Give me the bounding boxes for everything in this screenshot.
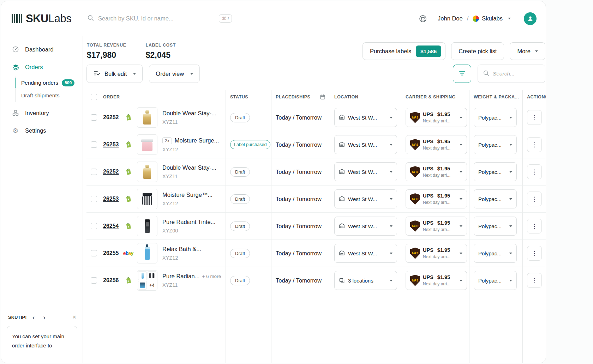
package-select[interactable]: Polypac... xyxy=(474,162,517,181)
help-icon[interactable] xyxy=(419,14,427,23)
location-select[interactable]: West St W... xyxy=(334,189,397,208)
sku-tip-widget: SKUTIP! ‹ › × You can set your main orde… xyxy=(7,314,79,363)
gear-icon: ⚙ xyxy=(12,127,19,134)
app-window: SKULabs ⌘ / John Doe / Skulabs xyxy=(1,1,546,363)
order-id-link[interactable]: 26252 xyxy=(103,169,121,175)
purchase-labels-button[interactable]: Purchase labels $1,586 xyxy=(363,42,445,60)
sidebar-item-dashboard[interactable]: Dashboard xyxy=(1,41,83,58)
orders-table: ORDER STATUS PLACED/SHIPS LOCATION CARRI… xyxy=(86,90,546,363)
bulk-edit-label: Bulk edit xyxy=(104,71,127,77)
product-sku: XYZ12 xyxy=(162,147,219,152)
product-name: Pure Radiant Tinte... xyxy=(162,219,215,225)
package-value: Polypac... xyxy=(478,142,502,148)
global-search-input[interactable] xyxy=(98,15,215,22)
row-checkbox[interactable] xyxy=(91,114,97,121)
package-select[interactable]: Polypac... xyxy=(474,271,517,290)
sidebar-item-inventory[interactable]: Inventory xyxy=(1,104,83,122)
order-id-link[interactable]: 26254 xyxy=(103,223,121,229)
carrier-select[interactable]: UPS UPS $1.95 Next day arri... xyxy=(406,135,467,154)
package-select[interactable]: Polypac... xyxy=(474,217,517,236)
row-checkbox[interactable] xyxy=(91,277,97,284)
package-select[interactable]: Polypac... xyxy=(474,108,517,127)
ups-logo-icon: UPS xyxy=(410,166,420,177)
filter-button[interactable] xyxy=(453,65,471,83)
sidebar-item-settings[interactable]: ⚙ Settings xyxy=(1,122,83,139)
location-select[interactable]: West St W... xyxy=(334,162,397,181)
sidebar-item-label: Inventory xyxy=(25,110,49,116)
row-actions-button[interactable] xyxy=(527,164,542,179)
status-badge: Draft xyxy=(230,249,250,258)
shopify-icon: s xyxy=(124,114,133,121)
tip-text: You can set your main order interface to xyxy=(12,333,64,348)
carrier-name: UPS xyxy=(423,139,433,144)
sidebar-item-draft-shipments[interactable]: Draft shipments xyxy=(16,89,83,102)
select-all-checkbox[interactable] xyxy=(91,94,97,100)
order-view-button[interactable]: Order view xyxy=(149,65,200,83)
location-select[interactable]: West St W... xyxy=(334,244,397,263)
sidebar-item-pending-orders[interactable]: Pending orders 509 xyxy=(16,77,83,89)
product-thumbnail xyxy=(137,162,157,182)
row-checkbox[interactable] xyxy=(91,196,97,202)
shipping-service: Next day arri... xyxy=(423,254,450,259)
location-select[interactable]: West St W... xyxy=(334,108,397,127)
package-select[interactable]: Polypac... xyxy=(474,189,517,208)
product-image-collage: +4 xyxy=(138,271,156,290)
purchase-amount-badge: $1,586 xyxy=(416,46,441,57)
close-icon[interactable]: × xyxy=(71,314,78,321)
bulk-edit-button[interactable]: Bulk edit xyxy=(86,65,143,83)
row-checkbox[interactable] xyxy=(91,141,97,148)
row-actions-button[interactable] xyxy=(527,219,542,233)
sidebar-item-label: Dashboard xyxy=(25,46,54,53)
carrier-select[interactable]: UPS UPS $1.95 Next day arri... xyxy=(406,244,467,263)
row-checkbox[interactable] xyxy=(91,223,97,229)
order-id-link[interactable]: 26255 xyxy=(103,250,121,256)
row-actions-button[interactable] xyxy=(527,246,542,261)
row-actions-button[interactable] xyxy=(527,273,542,288)
row-actions-button[interactable] xyxy=(527,110,542,125)
row-actions-button[interactable] xyxy=(527,192,542,206)
placed-ships-value: Today / Tomorrow xyxy=(276,196,322,202)
package-value: Polypac... xyxy=(478,115,502,121)
status-badge: Draft xyxy=(230,276,250,285)
more-button[interactable]: More xyxy=(510,42,545,60)
chevron-down-icon xyxy=(190,73,193,75)
chevron-left-icon[interactable]: ‹ xyxy=(30,314,37,321)
create-pick-list-button[interactable]: Create pick list xyxy=(451,42,504,60)
product-image xyxy=(138,271,147,280)
table-search-input[interactable] xyxy=(493,71,539,77)
row-checkbox[interactable] xyxy=(91,250,97,256)
carrier-select[interactable]: UPS UPS $1.95 Next day arri... xyxy=(406,217,467,236)
location-select[interactable]: 3 locations xyxy=(334,271,397,290)
carrier-select[interactable]: UPS UPS $1.95 Next day arri... xyxy=(406,271,467,290)
package-select[interactable]: Polypac... xyxy=(474,244,517,263)
carrier-name: UPS xyxy=(423,111,433,117)
order-id-link[interactable]: 26252 xyxy=(103,114,121,121)
package-select[interactable]: Polypac... xyxy=(474,135,517,154)
row-actions-button[interactable] xyxy=(527,137,542,152)
multi-location-icon xyxy=(339,278,345,284)
sidebar-item-orders[interactable]: Orders xyxy=(1,58,83,76)
ups-logo-icon: UPS xyxy=(410,220,420,232)
order-id-link[interactable]: 26256 xyxy=(103,277,121,284)
user-menu-caret-icon[interactable] xyxy=(505,15,513,23)
carrier-select[interactable]: UPS UPS $1.95 Next day arri... xyxy=(406,108,467,127)
chevron-right-icon[interactable]: › xyxy=(40,314,48,321)
location-select[interactable]: West St W... xyxy=(334,217,397,236)
carrier-select[interactable]: UPS UPS $1.95 Next day arri... xyxy=(406,162,467,181)
user-menu[interactable]: John Doe / Skulabs xyxy=(438,15,513,23)
shipping-price: $1.95 xyxy=(437,139,450,144)
svg-text:s: s xyxy=(127,170,129,174)
product-sku: XYZ12 xyxy=(162,201,212,206)
package-value: Polypac... xyxy=(478,196,502,202)
product-sku: XYZ11 xyxy=(162,282,221,288)
table-row: 26252 s ebay xyxy=(86,158,546,186)
calendar-icon[interactable] xyxy=(320,94,325,100)
avatar[interactable] xyxy=(524,12,537,25)
shipping-price: $1.95 xyxy=(437,247,450,253)
warehouse-icon xyxy=(339,141,345,148)
carrier-select[interactable]: UPS UPS $1.95 Next day arri... xyxy=(406,189,467,208)
row-checkbox[interactable] xyxy=(91,169,97,175)
location-select[interactable]: West St W... xyxy=(334,135,397,154)
order-id-link[interactable]: 26253 xyxy=(103,141,121,148)
order-id-link[interactable]: 26253 xyxy=(103,196,121,202)
